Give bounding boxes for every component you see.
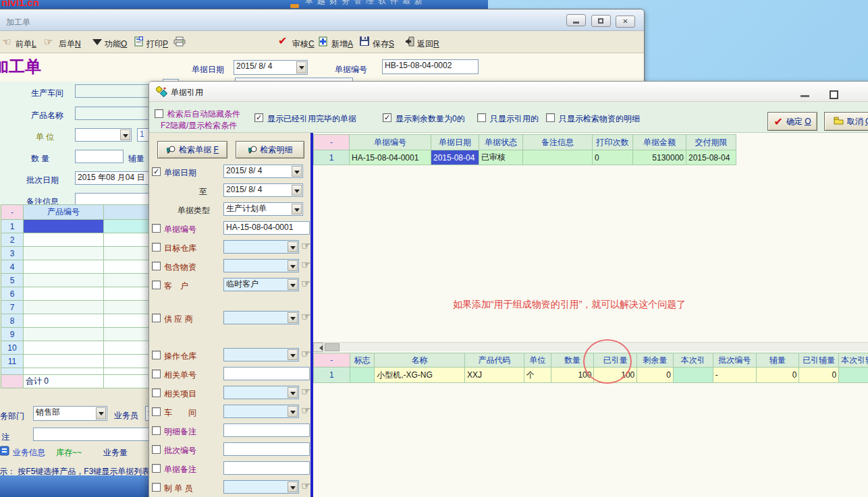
cell[interactable] [104, 220, 154, 233]
selected-cell[interactable] [24, 220, 104, 233]
cell[interactable] [24, 274, 104, 287]
cell[interactable] [104, 341, 154, 355]
cell[interactable] [104, 287, 154, 301]
next-doc-button[interactable]: 后单N [59, 38, 81, 50]
scrollbar-thumb[interactable] [325, 343, 340, 351]
print-button[interactable]: 打印P [146, 38, 168, 50]
cell[interactable] [104, 260, 154, 274]
lookup-hand-icon[interactable] [301, 479, 310, 492]
cell-flag[interactable] [350, 368, 374, 383]
lookup-hand-icon[interactable] [301, 277, 310, 290]
ok-button[interactable]: 确定 O [767, 112, 817, 131]
filter-supplier-combo[interactable] [223, 311, 299, 324]
product-name-input[interactable] [75, 107, 151, 120]
stock-link[interactable]: 库存~~ [56, 447, 82, 459]
cell-due-date[interactable]: 2015-08-04 [686, 150, 736, 165]
cell-unit[interactable]: 个 [524, 368, 551, 383]
cell-remaining-qty[interactable]: 0 [637, 368, 674, 383]
only-searched-material-checkbox[interactable] [546, 113, 555, 122]
chevron-down-icon[interactable] [288, 312, 298, 323]
filter-date-checkbox[interactable]: ✓ [152, 167, 161, 176]
filter-material-checkbox[interactable] [152, 262, 161, 270]
cell-this-ref[interactable] [673, 368, 713, 383]
return-button[interactable]: 返回R [417, 38, 439, 50]
filter-batch-no-checkbox[interactable] [152, 445, 161, 454]
chevron-down-icon[interactable] [288, 279, 298, 290]
chevron-down-icon[interactable] [288, 387, 298, 398]
cell-remark[interactable] [523, 150, 593, 165]
cell-batch-no[interactable]: - [713, 368, 756, 383]
filter-docno-checkbox[interactable] [152, 224, 161, 233]
filter-batch-no-input[interactable] [223, 442, 310, 456]
filter-date-combo[interactable]: 2015/ 8/ 4 [223, 165, 303, 178]
filter-workshop-checkbox[interactable] [152, 407, 161, 416]
cell[interactable] [104, 301, 154, 314]
prev-doc-button[interactable]: 前单L [16, 38, 36, 50]
lookup-hand-icon[interactable] [301, 404, 310, 417]
filter-detail-remark-input[interactable] [223, 423, 310, 437]
close-button[interactable]: ✕ [616, 16, 635, 28]
cell[interactable] [24, 341, 104, 355]
cell[interactable] [104, 355, 154, 368]
dept-combo[interactable]: 销售部 [33, 406, 107, 421]
filter-target-warehouse-checkbox[interactable] [152, 243, 161, 252]
search-detail-button[interactable]: 检索明细 [236, 141, 304, 158]
lookup-hand-icon[interactable] [301, 310, 310, 323]
scroll-left-button[interactable] [313, 343, 323, 352]
chevron-down-icon[interactable] [296, 61, 306, 74]
cell[interactable] [24, 247, 104, 260]
filter-doctype-combo[interactable]: 生产计划单 [223, 202, 303, 216]
cell-ref-aux-qty[interactable]: 0 [799, 368, 839, 383]
filter-doc-remark-checkbox[interactable] [152, 464, 161, 473]
filter-related-doc-checkbox[interactable] [152, 370, 161, 378]
cell[interactable] [104, 314, 154, 328]
filter-workshop-combo[interactable] [223, 405, 299, 418]
cell[interactable] [24, 287, 104, 301]
function-button[interactable]: 功能O [105, 38, 127, 50]
doc-no-input[interactable]: HB-15-08-04-0002 [382, 59, 479, 74]
chevron-down-icon[interactable] [288, 481, 298, 492]
chevron-down-icon[interactable] [292, 166, 302, 177]
show-zero-remaining-checkbox[interactable]: ✓ [383, 113, 391, 122]
filter-doc-remark-input[interactable] [223, 461, 310, 475]
add-button[interactable]: 新增A [331, 38, 353, 50]
dialog-maximize-button[interactable] [830, 90, 838, 99]
show-fully-referenced-checkbox[interactable]: ✓ [254, 113, 263, 122]
cell[interactable] [24, 328, 104, 341]
cell[interactable] [24, 260, 104, 274]
audit-button[interactable]: 审核C [292, 38, 315, 50]
filter-material-combo[interactable] [223, 259, 299, 272]
cell-this-ref-aux[interactable] [839, 368, 868, 383]
cell[interactable] [24, 314, 104, 328]
filter-customer-checkbox[interactable] [152, 281, 161, 289]
qty-input[interactable] [75, 150, 124, 163]
filter-creator-checkbox[interactable] [152, 483, 161, 492]
filter-related-project-checkbox[interactable] [152, 388, 161, 397]
chevron-down-icon[interactable] [288, 241, 298, 252]
main-window-titlebar[interactable]: 加工单 ✕ [0, 9, 645, 31]
doc-date-combo[interactable]: 2015/ 8/ 4 [234, 60, 308, 75]
filter-op-warehouse-combo[interactable] [223, 348, 299, 361]
chevron-down-icon[interactable] [292, 185, 302, 196]
lookup-hand-icon[interactable] [301, 347, 310, 360]
minimize-button[interactable] [566, 14, 586, 26]
filter-related-doc-input[interactable] [223, 367, 310, 380]
cancel-button[interactable]: 取消 Q [824, 112, 868, 131]
cell[interactable] [24, 301, 104, 314]
auto-hide-checkbox[interactable] [155, 109, 163, 118]
cell[interactable] [104, 247, 154, 260]
lookup-hand-icon[interactable] [301, 385, 310, 398]
cell-doc-status[interactable]: 已审核 [479, 150, 523, 165]
dialog-titlebar[interactable]: 单据引用 [149, 82, 868, 102]
filter-customer-combo[interactable]: 临时客户 [223, 278, 299, 291]
cell[interactable] [104, 328, 154, 341]
save-button[interactable]: 保存S [373, 38, 394, 50]
filter-op-warehouse-checkbox[interactable] [152, 351, 161, 359]
chevron-down-icon[interactable] [288, 406, 298, 417]
filter-detail-remark-checkbox[interactable] [152, 426, 161, 435]
unit-combo[interactable] [75, 128, 132, 142]
cell-doc-date-selected[interactable]: 2015-08-04 [431, 150, 479, 165]
cell-product-code[interactable]: XXJ [464, 368, 524, 383]
cell-aux-qty[interactable]: 0 [756, 368, 799, 383]
business-info-link[interactable]: 业务信息 [13, 447, 45, 459]
